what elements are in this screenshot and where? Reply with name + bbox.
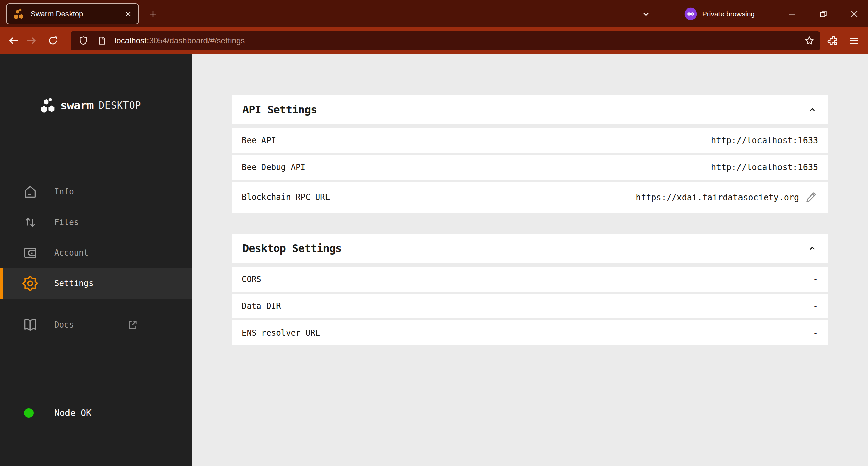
sidebar-item-files[interactable]: Files [0, 207, 192, 238]
sidebar-item-label: Docs [54, 320, 74, 330]
setting-value: - [813, 328, 818, 338]
sidebar-nav: Info Files [0, 176, 192, 299]
window-close-button[interactable] [846, 9, 863, 19]
setting-row-blockchain-rpc-url: Blockchain RPC URL https://xdai.fairdata… [232, 182, 828, 213]
back-button[interactable] [5, 32, 22, 50]
chevron-up-icon[interactable] [807, 105, 817, 115]
list-all-tabs-chevron-icon[interactable] [640, 8, 651, 19]
logo-text-swarm: swarm [60, 98, 93, 112]
node-status: Node OK [0, 398, 192, 428]
section-header[interactable]: API Settings [232, 95, 828, 124]
section-title: Desktop Settings [242, 242, 341, 255]
node-status-ok-dot-icon [24, 408, 34, 418]
window-minimize-button[interactable] [784, 10, 800, 18]
transfer-arrows-icon [22, 215, 38, 230]
logo-text-desktop: DESKTOP [99, 100, 141, 111]
edit-pencil-icon[interactable] [804, 190, 818, 204]
tabbar-right-cluster: Private browsing [640, 7, 868, 21]
setting-row-ens-resolver-url: ENS resolver URL - [232, 320, 828, 345]
tab-swarm-desktop[interactable]: Swarm Desktop [6, 3, 139, 24]
setting-label: Blockchain RPC URL [242, 192, 330, 202]
setting-value: https://xdai.fairdatasociety.org [636, 192, 799, 202]
setting-row-bee-debug-api: Bee Debug API http://localhost:1635 [232, 155, 828, 180]
sidebar-item-label: Files [54, 218, 79, 227]
sidebar-item-settings[interactable]: Settings [0, 268, 192, 299]
chevron-up-icon[interactable] [807, 243, 817, 254]
app-area: swarm DESKTOP Info [0, 54, 868, 466]
window-restore-button[interactable] [815, 10, 831, 18]
setting-label: ENS resolver URL [242, 328, 320, 338]
tab-bar: Swarm Desktop [0, 0, 868, 27]
swarm-favicon-icon [13, 8, 24, 20]
settings-page: API Settings Bee API http://localhost:16… [192, 54, 868, 466]
tab-close-icon[interactable] [124, 10, 132, 18]
bookmark-star-icon[interactable] [804, 35, 815, 46]
new-tab-button[interactable] [148, 9, 158, 19]
section-rows: CORS - Data DIR - ENS resolver URL - [232, 267, 828, 345]
gear-icon [22, 276, 38, 291]
forward-button[interactable] [22, 32, 40, 50]
private-browsing-badge: Private browsing [684, 7, 755, 21]
tab-title: Swarm Desktop [31, 10, 83, 18]
setting-value: http://localhost:1635 [711, 162, 818, 172]
section-desktop-settings: Desktop Settings CORS - Data DIR - [232, 234, 828, 345]
sidebar: swarm DESKTOP Info [0, 54, 192, 466]
sidebar-item-label: Account [54, 248, 88, 258]
sidebar-item-docs[interactable]: Docs [0, 310, 192, 340]
url-text: localhost:3054/dashboard/#/settings [115, 36, 245, 45]
swarm-desktop-logo: swarm DESKTOP [40, 96, 192, 114]
section-header[interactable]: Desktop Settings [232, 234, 828, 263]
setting-row-data-dir: Data DIR - [232, 294, 828, 318]
setting-value: http://localhost:1633 [711, 135, 818, 145]
menu-hamburger-icon[interactable] [848, 35, 860, 47]
url-host: localhost [115, 36, 147, 45]
sidebar-item-label: Info [54, 187, 74, 197]
section-rows: Bee API http://localhost:1633 Bee Debug … [232, 128, 828, 213]
url-path: :3054/dashboard/#/settings [147, 36, 245, 45]
setting-value: - [813, 274, 818, 284]
setting-label: Bee Debug API [242, 163, 305, 172]
sidebar-item-account[interactable]: Account [0, 238, 192, 268]
extensions-puzzle-icon[interactable] [826, 35, 838, 47]
sidebar-item-label: Settings [54, 279, 94, 288]
site-info-page-icon[interactable] [97, 35, 107, 46]
book-icon [22, 317, 38, 333]
url-bar[interactable]: localhost:3054/dashboard/#/settings [71, 31, 820, 50]
wallet-icon [22, 245, 38, 261]
external-link-icon [126, 318, 139, 331]
node-status-label: Node OK [54, 408, 92, 418]
reload-button[interactable] [44, 32, 62, 50]
swarm-logo-icon [40, 97, 56, 114]
toolbar-right-cluster [826, 35, 860, 47]
setting-label: Data DIR [242, 301, 281, 311]
sidebar-item-info[interactable]: Info [0, 176, 192, 207]
section-api-settings: API Settings Bee API http://localhost:16… [232, 95, 828, 213]
section-title: API Settings [242, 103, 317, 116]
home-icon [22, 184, 38, 200]
navigation-toolbar: localhost:3054/dashboard/#/settings [0, 27, 868, 54]
setting-value: - [813, 301, 818, 311]
private-browsing-mask-icon [684, 7, 697, 21]
tracking-shield-icon[interactable] [78, 35, 89, 46]
private-browsing-label: Private browsing [702, 10, 755, 18]
browser-window: Swarm Desktop [0, 0, 868, 466]
setting-row-cors: CORS - [232, 267, 828, 292]
setting-row-bee-api: Bee API http://localhost:1633 [232, 128, 828, 153]
setting-label: CORS [242, 275, 261, 284]
setting-label: Bee API [242, 136, 276, 145]
